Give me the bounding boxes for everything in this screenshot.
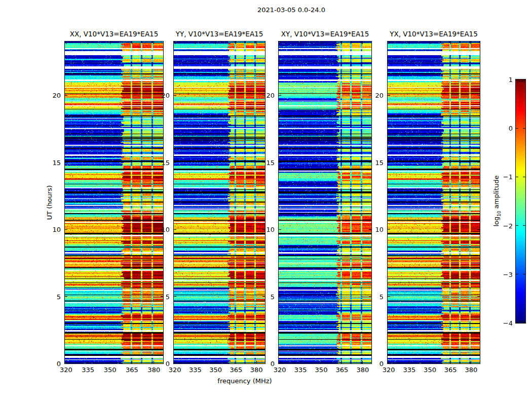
x-tick-mark	[341, 42, 342, 44]
y-tick-mark	[279, 162, 281, 163]
y-axis-tick-label: 15	[375, 158, 384, 166]
x-axis-tick-label: 350	[104, 366, 117, 374]
x-tick-mark	[341, 361, 342, 363]
y-tick-mark	[65, 95, 67, 96]
x-tick-mark	[110, 361, 110, 363]
colorbar-tick-mark	[516, 128, 518, 129]
y-axis-tick-label: 0	[166, 360, 170, 368]
colorbar-minor-comb	[517, 320, 518, 322]
x-tick-mark	[409, 361, 409, 363]
y-tick-mark	[262, 229, 265, 230]
colorbar-tick-mark	[516, 225, 518, 226]
y-axis-tick-label: 20	[266, 92, 275, 99]
colorbar-minor-comb	[524, 320, 524, 322]
x-axis-tick-label: 335	[82, 366, 94, 374]
x-axis-tick-label: 320	[60, 366, 72, 374]
y-tick-mark	[161, 296, 163, 297]
x-tick-mark	[450, 42, 451, 44]
colorbar-minor-comb	[524, 80, 524, 82]
x-tick-mark	[300, 361, 301, 363]
spectrogram-canvas-yx	[388, 42, 480, 363]
y-axis-tick-label: 15	[266, 158, 275, 166]
y-axis-tick-label: 20	[375, 92, 384, 99]
y-tick-mark	[388, 95, 390, 96]
x-axis-tick-label: 320	[169, 366, 181, 374]
x-tick-mark	[215, 361, 216, 363]
colorbar	[515, 79, 526, 323]
x-tick-mark	[256, 361, 257, 363]
colorbar-minor-comb	[521, 80, 522, 82]
y-axis-tick-label: 5	[57, 293, 61, 300]
y-tick-mark	[65, 229, 67, 230]
y-tick-mark	[369, 162, 371, 163]
panel-title-xx: XX, V10*V13=EA19*EA15	[70, 30, 159, 38]
colorbar-label-prefix: log	[492, 217, 500, 227]
x-tick-mark	[195, 361, 196, 363]
y-axis-tick-label: 10	[375, 226, 384, 233]
y-axis-tick-label: 0	[57, 360, 61, 368]
x-axis-tick-label: 380	[250, 366, 263, 374]
x-axis-tick-label: 380	[147, 366, 160, 374]
x-tick-mark	[132, 42, 132, 44]
y-tick-mark	[174, 363, 176, 364]
x-tick-mark	[280, 42, 280, 44]
y-tick-mark	[477, 95, 480, 96]
x-tick-mark	[256, 42, 257, 44]
x-tick-mark	[110, 42, 110, 44]
x-tick-mark	[300, 42, 301, 44]
x-tick-mark	[430, 361, 430, 363]
x-tick-mark	[66, 42, 66, 44]
y-axis-tick-label: 10	[52, 226, 61, 233]
y-tick-mark	[369, 229, 371, 230]
y-tick-mark	[279, 229, 281, 230]
x-tick-mark	[236, 361, 236, 363]
x-tick-mark	[471, 361, 471, 363]
colorbar-tick-label: −4	[503, 319, 513, 327]
y-tick-mark	[388, 296, 390, 297]
x-tick-mark	[154, 42, 154, 44]
y-tick-mark	[477, 229, 480, 230]
panel-yy	[173, 41, 265, 364]
y-tick-mark	[262, 363, 265, 364]
x-tick-mark	[236, 42, 236, 44]
y-tick-mark	[477, 296, 480, 297]
y-axis-tick-label: 20	[52, 92, 61, 99]
colorbar-tick-label: 1	[509, 76, 513, 84]
x-axis-tick-label: 380	[465, 366, 477, 374]
y-axis-tick-label: 10	[266, 226, 275, 233]
panel-xy	[278, 41, 372, 364]
panel-title-xy: XY, V10*V13=EA19*EA15	[281, 30, 369, 38]
x-tick-mark	[430, 42, 430, 44]
y-axis-tick-label: 15	[161, 158, 170, 166]
y-tick-mark	[174, 229, 176, 230]
x-axis-tick-label: 365	[126, 366, 138, 374]
y-tick-mark	[279, 363, 281, 364]
colorbar-tick-mark	[523, 225, 525, 226]
x-tick-mark	[321, 42, 322, 44]
y-tick-mark	[161, 363, 163, 364]
spectrogram-figure: 2021-03-05 0.0-24.0 UT (hours) frequency…	[0, 0, 532, 405]
x-axis-tick-label: 320	[274, 366, 286, 374]
y-axis-tick-label: 0	[271, 360, 275, 368]
x-axis-tick-label: 365	[230, 366, 242, 374]
y-tick-mark	[279, 296, 281, 297]
colorbar-tick-label: −3	[503, 270, 513, 278]
x-tick-mark	[389, 42, 389, 44]
x-tick-mark	[409, 42, 409, 44]
colorbar-tick-mark	[516, 274, 518, 274]
y-tick-mark	[279, 95, 281, 96]
colorbar-minor-comb	[522, 80, 523, 82]
y-tick-mark	[388, 162, 390, 163]
y-tick-mark	[262, 95, 265, 96]
panel-title-yy: YY, V10*V13=EA19*EA15	[176, 30, 263, 38]
x-tick-mark	[321, 361, 322, 363]
colorbar-minor-comb	[519, 320, 519, 322]
y-tick-mark	[369, 296, 371, 297]
x-axis-tick-label: 350	[424, 366, 436, 374]
y-tick-mark	[65, 363, 67, 364]
panel-yx	[387, 41, 480, 364]
x-tick-mark	[132, 361, 132, 363]
y-axis-tick-label: 0	[379, 360, 384, 368]
y-axis-label: UT (hours)	[46, 185, 53, 220]
colorbar-minor-comb	[520, 320, 520, 322]
